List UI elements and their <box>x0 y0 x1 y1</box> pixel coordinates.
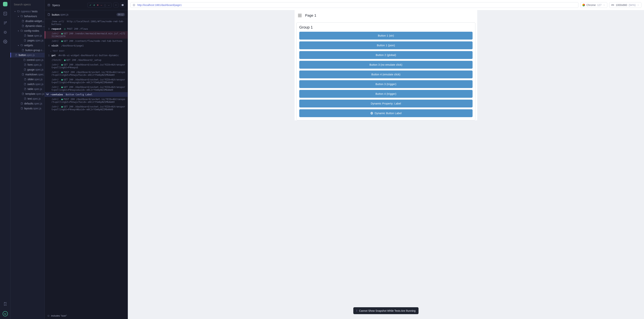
tree-file[interactable]: template.spec.js <box>10 91 44 96</box>
log-row[interactable]: (fetch) GET 200 /dashboard/_setup <box>45 58 128 62</box>
tree-file[interactable]: layouts.spec.js <box>10 106 44 111</box>
spec-title-row[interactable]: button.spec.js 00:12 <box>45 10 128 19</box>
chevron-down-icon[interactable] <box>114 3 118 8</box>
tree-folder[interactable]: ▾widgets <box>10 43 44 48</box>
svg-rect-6 <box>122 4 124 6</box>
settings-nav-icon[interactable] <box>3 40 7 44</box>
log-row[interactable]: (xhr) GET 200 /vendor/mermaid/mermaid.mi… <box>45 31 128 39</box>
runner-title: Specs <box>52 4 60 7</box>
log-row[interactable]: (new url) http://localhost:1881/#flow/no… <box>45 19 128 27</box>
dashboard-button-dynamic[interactable]: Dynamic Button Label <box>299 109 472 117</box>
svg-point-2 <box>4 31 6 33</box>
file-icon <box>20 102 23 105</box>
folder-icon <box>20 15 23 18</box>
tree-folder[interactable]: ▾behaviours <box>10 14 44 19</box>
log-row[interactable]: (xhr) GET 200 /dashboard/socket.io/?EIO=… <box>45 77 128 85</box>
file-icon <box>23 59 26 61</box>
keyboard-shortcuts-icon[interactable] <box>3 302 7 306</box>
dashboard-button[interactable]: Button 2 (global) <box>299 51 472 59</box>
tree-file[interactable]: text.spec.js <box>10 96 44 101</box>
spec-tree: ▾ cypress / tests ▾behavioursdisable-wid… <box>10 9 44 111</box>
preview-viewport: Page 1 Group 1 Button 1 (str)Button 1 (j… <box>128 10 644 319</box>
url-bar[interactable]: http://localhost:1881/dashboard/page1 <box>130 2 578 8</box>
dashboard-button[interactable]: Button 3 (no emulate click) <box>299 61 472 69</box>
next-test-row[interactable]: includes "icon" <box>45 312 128 319</box>
file-icon <box>24 34 26 37</box>
tree-file[interactable]: disable-widget... <box>10 19 44 24</box>
log-row[interactable]: -contains Button Config Label <box>45 92 128 97</box>
file-icon <box>22 73 24 76</box>
file-icon <box>15 54 18 56</box>
folder-icon <box>20 44 23 47</box>
tree-file[interactable]: markdown.spec.... <box>10 72 44 77</box>
tree-file[interactable]: dynamic-class ... <box>10 24 44 28</box>
tree-file[interactable]: button.spec.js <box>10 53 44 58</box>
dashboard-button[interactable]: Button 1 (str) <box>299 32 472 40</box>
specs-tree-panel: + ▾ cypress / tests ▾behavioursdisable-w… <box>10 0 45 319</box>
dashboard-button[interactable]: Button 4 (trigger) <box>299 90 472 98</box>
tree-file[interactable]: gauge.spec.js <box>10 67 44 72</box>
tree-file[interactable]: form.spec.js <box>10 62 44 67</box>
log-row[interactable]: (xhr) POST 200 /dashboard/socket.io/?EIO… <box>45 97 128 104</box>
cypress-badge: cy <box>2 311 8 316</box>
chevron-down-icon <box>603 4 605 6</box>
page-title: Page 1 <box>305 14 316 18</box>
file-icon <box>22 25 24 27</box>
dashboard-button[interactable]: Dynamic Property: Label <box>299 100 472 107</box>
tree-file[interactable]: switch.spec.js <box>10 82 44 87</box>
browser-selector[interactable]: Chrome 127 <box>580 2 607 8</box>
file-icon <box>22 20 24 22</box>
tree-folder[interactable]: ▾config-nodes <box>10 28 44 33</box>
debug-nav-icon[interactable] <box>3 30 7 34</box>
tree-root[interactable]: ▾ cypress / tests <box>10 9 44 14</box>
file-icon <box>24 88 26 90</box>
svg-rect-7 <box>48 315 49 316</box>
icon-sidebar: cy <box>0 0 10 319</box>
search-input[interactable] <box>14 3 49 6</box>
file-icon <box>24 97 26 100</box>
log-row[interactable]: (xhr) GET 200 /context/flow/node-red-tab… <box>45 39 128 43</box>
log-row[interactable]: (xhr) POST 200 /dashboard/socket.io/?EIO… <box>45 70 128 77</box>
log-row[interactable]: (xhr) GET 200 /dashboard/socket.io/?EIO=… <box>45 104 128 112</box>
tree-file[interactable]: pages.spec.js <box>10 38 44 43</box>
dashboard-button[interactable]: Button 1 (json) <box>299 42 472 49</box>
tree-file[interactable]: defaults.spec.js <box>10 101 44 106</box>
tree-file[interactable]: button-group.s... <box>10 48 44 53</box>
tree-file[interactable]: table.spec.js <box>10 87 44 91</box>
file-icon <box>24 64 26 66</box>
svg-point-9 <box>134 5 134 6</box>
preview-panel: http://localhost:1881/dashboard/page1 Ch… <box>128 0 644 319</box>
dashboard-button[interactable]: Button 3 (trigger) <box>299 80 472 88</box>
tree-file[interactable]: base.spec.js <box>10 33 44 38</box>
log-row[interactable]: (xhr) GET 200 /dashboard/socket.io/?EIO=… <box>45 62 128 70</box>
stats-bar: ✓4 ✕-- ◌-- <box>88 3 112 8</box>
tree-file[interactable]: control.spec.js <box>10 58 44 62</box>
svg-rect-0 <box>4 12 7 15</box>
runs-nav-icon[interactable] <box>3 21 7 25</box>
log-row[interactable]: (xhr) GET 200 /dashboard/socket.io/?EIO=… <box>45 85 128 92</box>
stop-button[interactable] <box>120 3 125 8</box>
section-label: ▾ TEST BODY <box>45 48 128 53</box>
file-icon <box>20 107 23 110</box>
file-icon <box>24 39 26 42</box>
specs-nav-icon[interactable] <box>3 12 7 16</box>
runner-panel: Specs ✓4 ✕-- ◌-- button.spec.js 00:12 (n… <box>45 0 128 319</box>
hamburger-icon[interactable] <box>298 14 302 17</box>
tree-file[interactable]: slider.spec.js <box>10 77 44 82</box>
chrome-icon <box>582 4 585 6</box>
file-icon <box>22 49 24 52</box>
pin-icon: ⟟ <box>356 309 357 312</box>
folder-icon <box>20 30 23 32</box>
file-icon <box>24 78 26 81</box>
viewport-selector[interactable]: 1000x660 (94%) <box>609 2 642 8</box>
square-icon <box>47 315 50 317</box>
log-row[interactable]: 1get #nrdb-ui-widget-dashboard-ui-button… <box>45 53 128 58</box>
log-row[interactable]: 3request POST 200 /flows <box>45 27 128 31</box>
snapshot-toast: ⟟ Cannot Show Snapshot While Tests Are R… <box>353 307 418 314</box>
log-row[interactable]: 4visit /dashboard/page1 <box>45 43 128 48</box>
file-icon <box>24 83 26 85</box>
dashboard-button[interactable]: Button 4 (emulate click) <box>299 71 472 78</box>
file-icon <box>22 93 24 95</box>
app-frame: Page 1 Group 1 Button 1 (str)Button 1 (j… <box>294 10 477 120</box>
command-log[interactable]: (new url) http://localhost:1881/#flow/no… <box>45 19 128 312</box>
